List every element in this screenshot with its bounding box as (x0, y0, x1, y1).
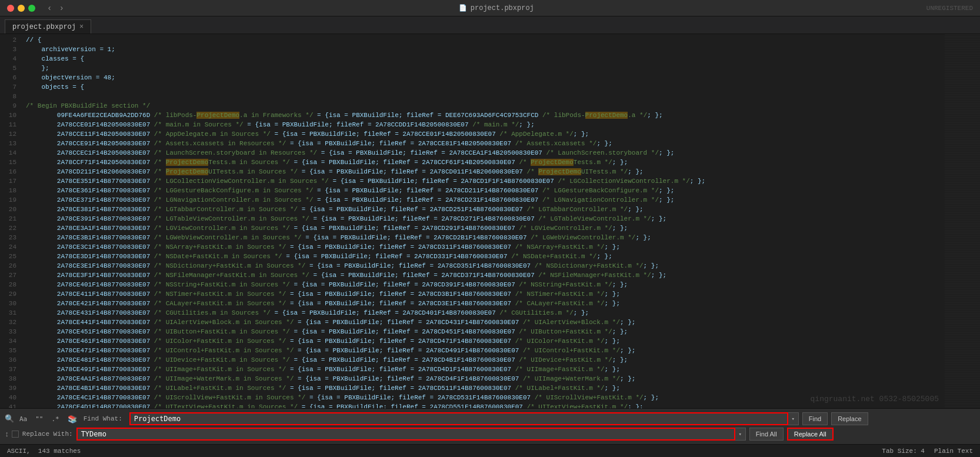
line-number: 30 (5, 299, 16, 308)
find-match: ProjectDemo (538, 168, 581, 175)
find-options-group: 🔍 Aa "" .* 📚 (5, 413, 80, 425)
code-line: 2A78CE441F14B87700830E07 /* UIAlertView+… (26, 318, 940, 327)
maximize-button[interactable] (28, 5, 35, 12)
match-count-label: 143 matches (38, 448, 81, 455)
code-line: 2A78CE381F14B87700830E07 /* LGTabbarCont… (26, 205, 940, 214)
case-sensitive-btn[interactable]: Aa (16, 414, 30, 424)
status-left: ASCII, 143 matches (7, 448, 81, 455)
code-line: 2A78CCEC1F14B20500830E07 /* LaunchScreen… (26, 148, 940, 158)
code-line: 2A78CE351F14B87700830E07 /* LGCollection… (26, 176, 940, 186)
line-number: 19 (5, 195, 16, 205)
line-number: 31 (5, 308, 16, 318)
bookmark-btn[interactable]: 📚 (65, 413, 80, 425)
code-line: 2A78CE431F14B87700830E07 /* CGUtilities.… (26, 308, 940, 318)
preserve-case-checkbox[interactable] (12, 431, 19, 438)
line-number: 37 (5, 365, 16, 374)
find-match: ProjectDemo (531, 159, 574, 166)
line-number: 17 (5, 176, 16, 186)
replace-icon: ↕ (5, 430, 9, 439)
unregistered-label: UNREGISTERED (926, 5, 973, 12)
line-number: 13 (5, 139, 16, 148)
find-match: ProjectDemo (196, 112, 239, 119)
line-number: 14 (5, 148, 16, 158)
code-line: /* Begin PBXBuildFile section */ (26, 101, 940, 111)
traffic-lights (7, 5, 35, 12)
status-bar: ASCII, 143 matches Tab Size: 4 Plain Tex… (0, 444, 980, 457)
find-button[interactable]: Find (802, 412, 828, 425)
code-line: 2A78CE421F14B87700830E07 /* CALayer+Fast… (26, 299, 940, 308)
code-line: 2A78CD211F14B20600830E07 /* ProjectDemoU… (26, 167, 940, 176)
code-line: 2A78CE4D1F14B87700830E07 /* UITextView+F… (26, 402, 940, 408)
line-number: 5 (5, 64, 16, 73)
line-number: 9 (5, 101, 16, 111)
line-number: 25 (5, 252, 16, 261)
code-line: objects = { (26, 82, 940, 92)
line-number: 23 (5, 233, 16, 242)
line-number: 38 (5, 374, 16, 383)
line-number: 22 (5, 224, 16, 233)
find-replace-bar: 🔍 Aa "" .* 📚 Find What: ▾ Find Replace ↕… (0, 408, 980, 444)
code-line: 2A78CCF71F14B20500830E07 /* ProjectDemoT… (26, 158, 940, 167)
line-number: 3 (5, 45, 16, 54)
code-line: 2A78CE3C1F14B87700830E07 /* NSArray+Fast… (26, 242, 940, 252)
code-line: archiveVersion = 1; (26, 45, 940, 54)
code-line: classes = { (26, 54, 940, 64)
replace-label: Replace With: (22, 431, 73, 438)
line-number: 36 (5, 355, 16, 365)
code-line: 2A78CE411F14B87700830E07 /* NSTimer+Fast… (26, 289, 940, 299)
tab-size-label: Tab Size: 4 (882, 448, 925, 455)
code-line: 2A78CCE11F14B20500830E07 /* AppDelegate.… (26, 129, 940, 139)
replace-button[interactable]: Replace (831, 412, 868, 425)
title-bar-center: 📄 project.pbxproj (459, 4, 534, 12)
replace-all-button[interactable]: Replace All (787, 428, 834, 441)
line-number: 2 (5, 35, 16, 45)
find-input-group: ▾ (129, 412, 799, 425)
forward-arrow[interactable]: › (56, 4, 66, 13)
whole-word-btn[interactable]: "" (32, 414, 46, 424)
code-line: 2A78CE481F14B87700830E07 /* UIDevice+Fas… (26, 355, 940, 365)
tab-bar: project.pbxproj × (0, 16, 980, 34)
code-line: }; (26, 64, 940, 73)
find-all-button[interactable]: Find All (749, 428, 784, 441)
match-count: ASCII, 143 matches (7, 448, 81, 455)
code-line: 2A78CE3B1F14B87700830E07 /* LGWebViewCon… (26, 233, 940, 242)
line-number: 29 (5, 289, 16, 299)
code-line: 2A78CE3E1F14B87700830E07 /* NSDictionary… (26, 261, 940, 271)
code-area[interactable]: // { archiveVersion = 1; classes = { }; … (21, 34, 945, 408)
code-line: 2A78CE391F14B87700830E07 /* LGTableViewC… (26, 214, 940, 224)
search-icon: 🔍 (5, 414, 14, 423)
line-number: 33 (5, 327, 16, 336)
line-number: 7 (5, 82, 16, 92)
code-line: 2A78CE491F14B87700830E07 /* UIImage+Fast… (26, 365, 940, 374)
close-button[interactable] (7, 5, 14, 12)
find-dropdown-arrow[interactable]: ▾ (788, 412, 799, 425)
code-line: 2A78CE4C1F14B87700830E07 /* UIScrollView… (26, 393, 940, 402)
line-number: 28 (5, 280, 16, 289)
line-number: 10 (5, 111, 16, 120)
minimap (945, 34, 980, 408)
line-number: 12 (5, 129, 16, 139)
line-number: 11 (5, 120, 16, 129)
code-line: 2A78CE3A1F14B87700830E07 /* LGViewContro… (26, 224, 940, 233)
find-input[interactable] (129, 412, 788, 425)
tab-project-pbxproj[interactable]: project.pbxproj × (5, 19, 91, 34)
line-number: 41 (5, 402, 16, 408)
line-number: 16 (5, 167, 16, 176)
code-line: // { (26, 35, 940, 45)
back-arrow[interactable]: ‹ (45, 4, 54, 13)
line-number: 15 (5, 158, 16, 167)
code-line: 2A78CE401F14B87700830E07 /* NSString+Fas… (26, 280, 940, 289)
line-numbers: 2345678910111213141516171819202122232425… (0, 34, 21, 408)
regex-btn[interactable]: .* (49, 414, 62, 424)
code-line: 2A78CE471F14B87700830E07 /* UIControl+Fa… (26, 346, 940, 355)
replace-dropdown-arrow[interactable]: ▾ (735, 428, 746, 441)
line-number: 24 (5, 242, 16, 252)
code-line: 2A78CE361F14B87700830E07 /* LGGestureBac… (26, 186, 940, 195)
minimize-button[interactable] (18, 5, 25, 12)
replace-input[interactable] (76, 428, 735, 441)
line-number: 18 (5, 186, 16, 195)
code-line: 2A78CE4B1F14B87700830E07 /* UILabel+Fast… (26, 383, 940, 393)
tab-close-icon[interactable]: × (79, 23, 84, 31)
nav-arrows: ‹ › (45, 4, 66, 13)
file-type-label: Plain Text (934, 448, 973, 455)
